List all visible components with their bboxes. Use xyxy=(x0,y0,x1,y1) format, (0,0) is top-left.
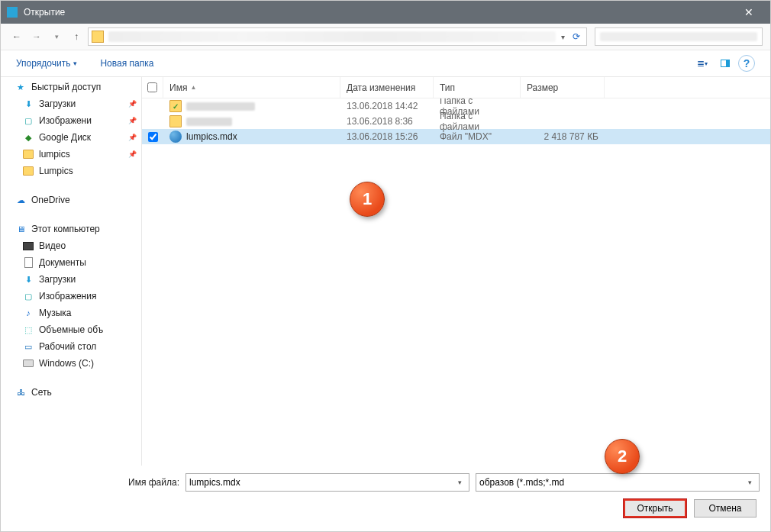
column-header-size[interactable]: Размер xyxy=(521,77,605,98)
column-header-name[interactable]: Имя xyxy=(163,77,340,98)
sidebar-music[interactable]: ♪Музыка xyxy=(1,305,141,321)
column-header-row: Имя Дата изменения Тип Размер xyxy=(142,77,770,98)
preview-pane-icon xyxy=(721,60,730,67)
titlebar: Открытие ✕ xyxy=(1,1,770,24)
navigation-pane: ★Быстрый доступ ⬇Загрузки📌 ▢Изображени📌 … xyxy=(1,77,142,466)
organize-label: Упорядочить xyxy=(16,58,70,69)
file-name: lumpics.mdx xyxy=(186,131,237,142)
select-all-checkbox[interactable] xyxy=(147,82,157,92)
download-icon: ⬇ xyxy=(22,273,34,285)
up-button[interactable]: ↑ xyxy=(68,28,85,45)
close-button[interactable]: ✕ xyxy=(734,6,764,18)
sidebar-images-2[interactable]: ▢Изображения xyxy=(1,288,141,305)
file-type: Папка с файлами xyxy=(434,111,521,132)
filetype-filter-combobox[interactable]: образов (*.mds;*.md ▾ xyxy=(476,473,760,492)
filename-input[interactable] xyxy=(189,477,453,488)
sidebar-google-drive[interactable]: ◆Google Диск📌 xyxy=(1,129,141,146)
forward-button[interactable]: → xyxy=(28,28,45,45)
back-button[interactable]: ← xyxy=(8,28,25,45)
filename-blurred xyxy=(186,102,255,111)
filename-label: Имя файла: xyxy=(11,477,179,488)
sidebar-3d-objects[interactable]: ⬚Объемные объ xyxy=(1,321,141,338)
onedrive-icon: ☁ xyxy=(15,194,27,206)
navigation-row: ← → ▾ ↑ ▾ ⟳ xyxy=(1,24,770,50)
app-icon xyxy=(7,7,18,18)
recent-dropdown[interactable]: ▾ xyxy=(48,28,65,45)
sidebar-downloads-2[interactable]: ⬇Загрузки xyxy=(1,271,141,288)
computer-icon: 🖥 xyxy=(15,223,27,235)
sidebar-desktop[interactable]: ▭Рабочий стол xyxy=(1,338,141,355)
command-bar: Упорядочить ▾ Новая папка ≣▾ ? xyxy=(1,50,770,77)
filename-blurred xyxy=(186,118,232,126)
view-options-button[interactable]: ≣▾ xyxy=(692,55,712,72)
chevron-down-icon[interactable]: ▾ xyxy=(744,479,756,486)
sidebar-images[interactable]: ▢Изображени📌 xyxy=(1,112,141,129)
pictures-icon: ▢ xyxy=(22,290,34,302)
star-icon: ★ xyxy=(15,81,27,93)
address-bar[interactable]: ▾ ⟳ xyxy=(88,27,587,46)
annotation-badge-2: 2 xyxy=(605,439,640,474)
sidebar-lumpics-2[interactable]: Lumpics xyxy=(1,163,141,179)
address-path-blurred xyxy=(108,31,556,42)
organize-menu[interactable]: Упорядочить ▾ xyxy=(16,58,77,69)
chevron-down-icon: ▾ xyxy=(73,60,77,67)
video-icon xyxy=(22,240,34,252)
search-placeholder-blurred xyxy=(600,32,757,41)
document-icon xyxy=(22,256,34,269)
file-list-pane: Имя Дата изменения Тип Размер 13.06.2018… xyxy=(142,77,770,466)
download-icon: ⬇ xyxy=(22,98,34,110)
pin-icon: 📌 xyxy=(128,117,137,124)
desktop-icon: ▭ xyxy=(22,340,34,353)
row-checkbox[interactable] xyxy=(148,132,158,142)
file-size: 2 418 787 КБ xyxy=(521,131,605,142)
pictures-icon: ▢ xyxy=(22,114,34,127)
cancel-button[interactable]: Отмена xyxy=(694,499,756,517)
sidebar-quick-access[interactable]: ★Быстрый доступ xyxy=(1,79,141,95)
pin-icon: 📌 xyxy=(128,100,137,108)
refresh-icon[interactable]: ⟳ xyxy=(569,31,583,42)
file-date: 13.06.2018 8:36 xyxy=(340,116,434,127)
file-type: Файл "MDX" xyxy=(434,131,521,142)
music-icon: ♪ xyxy=(22,307,34,319)
sidebar-documents[interactable]: Документы xyxy=(1,254,141,271)
annotation-badge-1: 1 xyxy=(350,182,385,217)
sidebar-video[interactable]: Видео xyxy=(1,237,141,254)
folder-icon xyxy=(92,31,104,43)
address-dropdown-icon[interactable]: ▾ xyxy=(556,33,569,41)
folder-icon xyxy=(22,165,34,177)
column-header-date[interactable]: Дата изменения xyxy=(340,77,434,98)
search-box[interactable] xyxy=(595,27,763,46)
file-list: 13.06.2018 14:42 Папка с файлами 13.06.2… xyxy=(142,98,770,466)
column-header-type[interactable]: Тип xyxy=(434,77,521,98)
network-icon: 🖧 xyxy=(15,386,27,398)
file-row-folder[interactable]: 13.06.2018 8:36 Папка с файлами xyxy=(142,114,770,129)
sidebar-downloads[interactable]: ⬇Загрузки📌 xyxy=(1,95,141,112)
file-row-mdx[interactable]: lumpics.mdx 13.06.2018 15:26 Файл "MDX" … xyxy=(142,129,770,144)
preview-pane-button[interactable] xyxy=(715,55,735,72)
chevron-down-icon[interactable]: ▾ xyxy=(453,479,466,486)
column-header-checkbox[interactable] xyxy=(142,77,163,98)
drive-icon xyxy=(22,357,34,369)
sidebar-c-drive[interactable]: Windows (C:) xyxy=(1,355,141,372)
sidebar-onedrive[interactable]: ☁OneDrive xyxy=(1,192,141,208)
google-drive-icon: ◆ xyxy=(22,131,34,143)
filename-combobox[interactable]: ▾ xyxy=(185,473,469,492)
file-date: 13.06.2018 14:42 xyxy=(340,101,434,111)
cube-icon: ⬚ xyxy=(22,324,34,336)
new-folder-button[interactable]: Новая папка xyxy=(100,58,153,69)
file-date: 13.06.2018 15:26 xyxy=(340,131,434,142)
sidebar-lumpics[interactable]: lumpics📌 xyxy=(1,146,141,163)
filter-label: образов (*.mds;*.md xyxy=(479,477,744,488)
sidebar-network[interactable]: 🖧Сеть xyxy=(1,384,141,401)
folder-icon xyxy=(22,148,34,160)
pin-icon: 📌 xyxy=(128,134,137,141)
file-open-dialog: Открытие ✕ ← → ▾ ↑ ▾ ⟳ Упорядочить ▾ Нов… xyxy=(0,0,771,532)
help-button[interactable]: ? xyxy=(738,55,755,72)
mdx-file-icon xyxy=(169,131,182,143)
folder-icon xyxy=(169,115,182,127)
open-button[interactable]: Открыть xyxy=(624,499,686,517)
list-view-icon: ≣ xyxy=(697,58,705,69)
sidebar-this-pc[interactable]: 🖥Этот компьютер xyxy=(1,221,141,237)
content-area: ★Быстрый доступ ⬇Загрузки📌 ▢Изображени📌 … xyxy=(1,77,770,466)
pin-icon: 📌 xyxy=(128,150,137,158)
